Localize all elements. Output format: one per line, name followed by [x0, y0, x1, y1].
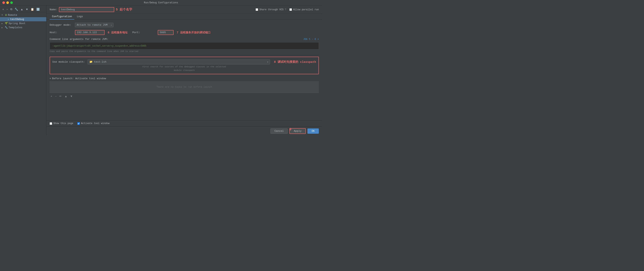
tree-label-testdebug: testDebug — [10, 18, 24, 21]
help-icon[interactable]: ? — [285, 8, 286, 11]
sidebar: + − ⧉ 🔧 ▲ ▼ 📋 🔢 ▼ 🖥 Remote ▶ testDebug — [0, 5, 46, 135]
window-title: Run/Debug Configurations — [144, 1, 178, 4]
content-area: Name: 5 起个名字 Share through VCS ? Allow p… — [46, 5, 322, 135]
config-tree: ▼ 🖥 Remote ▶ testDebug ▶ 🌱 Spring Boot ▶… — [0, 13, 46, 135]
ok-button[interactable]: OK — [307, 128, 319, 134]
name-annotation: 5 起个名字 — [116, 7, 132, 12]
name-label: Name: — [50, 8, 57, 11]
name-input[interactable] — [59, 7, 114, 12]
sidebar-toolbar: + − ⧉ 🔧 ▲ ▼ 📋 🔢 — [0, 6, 46, 12]
before-launch-header[interactable]: ▼ Before launch: Activate tool window — [50, 77, 319, 80]
no-tasks-text: There are no tasks to run before launch — [156, 86, 212, 88]
port-label: Port: — [132, 31, 156, 34]
jdk-link[interactable]: JDK 5 - 8 ▾ — [303, 38, 319, 41]
close-button[interactable] — [2, 1, 5, 4]
share-vcs-checkbox[interactable] — [256, 8, 258, 11]
footer-annotation: 9 — [289, 127, 291, 131]
launch-down-button[interactable]: ▼ — [69, 94, 74, 98]
host-port-row: Host: 6 远程服务地址 Port: 7 远程服务开放的调试端口 — [50, 30, 319, 35]
debugger-mode-select[interactable]: Attach to remote JVM Listen to remote JV… — [75, 23, 114, 27]
debugger-mode-label: Debugger mode: — [50, 23, 73, 26]
cmd-block: -agentlib:jdwp=transport=dt_socket,serve… — [50, 42, 319, 49]
host-annotation: 6 远程服务地址 — [108, 31, 128, 34]
launch-toolbar: + − ✏ ▲ ▼ — [50, 94, 319, 98]
tree-label-templates: Templates — [8, 26, 22, 29]
allow-parallel-label: Allow parallel run — [293, 8, 319, 11]
activate-window-label: Activate tool window — [81, 122, 110, 125]
add-config-button[interactable]: + — [2, 7, 5, 11]
allow-parallel-row: Allow parallel run — [290, 8, 319, 11]
tree-arrow-remote: ▼ — [2, 14, 4, 16]
debugger-mode-row: Debugger mode: Attach to remote JVM List… — [50, 23, 319, 27]
tab-logs[interactable]: Logs — [74, 14, 85, 19]
port-input[interactable] — [158, 30, 174, 35]
classpath-label: Use module classpath: — [52, 60, 86, 63]
before-launch-arrow-icon: ▼ — [50, 77, 51, 80]
minimize-button[interactable] — [6, 1, 9, 4]
tree-label-remote: Remote — [8, 14, 17, 16]
copy-config-button[interactable]: ⧉ — [10, 7, 13, 11]
cmd-hint: Copy and paste the arguments to the comm… — [50, 50, 319, 52]
settings-button[interactable]: 🔧 — [14, 7, 19, 11]
before-launch-area: There are no tasks to run before launch — [50, 81, 319, 93]
move-up-button[interactable]: ▲ — [20, 7, 24, 11]
content-header: Name: 5 起个名字 Share through VCS ? Allow p… — [46, 5, 322, 14]
classpath-select-wrapper: 📁 test-lsh ▾ — [88, 59, 270, 64]
tree-arrow-springboot: ▶ — [2, 22, 4, 25]
activate-window-row: Activate tool window — [77, 122, 110, 125]
tabs-row: Configuration Logs — [46, 14, 322, 19]
config-panel: Debugger mode: Attach to remote JVM List… — [46, 19, 322, 120]
config-icon-testdebug: ▶ — [8, 18, 9, 21]
number-button[interactable]: 🔢 — [36, 7, 40, 11]
window-controls[interactable] — [2, 1, 13, 4]
launch-add-button[interactable]: + — [50, 94, 53, 98]
host-input[interactable] — [75, 30, 104, 35]
footer: 9 Cancel Apply OK — [46, 126, 322, 135]
tree-label-springboot: Spring Boot — [8, 22, 26, 25]
sort-button[interactable]: 📋 — [30, 7, 35, 11]
classpath-row: Use module classpath: 📁 test-lsh ▾ 8 调试时… — [52, 59, 316, 64]
header-options: Share through VCS ? Allow parallel run — [256, 8, 319, 11]
launch-edit-button[interactable]: ✏ — [58, 94, 63, 98]
show-page-row: Show this page — [50, 122, 73, 125]
debugger-mode-select-wrapper: Attach to remote JVM Listen to remote JV… — [75, 23, 114, 27]
show-page-checkbox[interactable] — [50, 122, 52, 125]
cmd-label: Command line arguments for remote JVM: — [50, 38, 303, 41]
classpath-hint2: module classpath — [52, 69, 316, 71]
port-annotation: 7 远程服务开放的调试端口 — [177, 31, 210, 34]
module-classpath-box: Use module classpath: 📁 test-lsh ▾ 8 调试时… — [50, 57, 319, 74]
spring-icon: 🌱 — [5, 22, 8, 25]
move-down-button[interactable]: ▼ — [25, 7, 29, 11]
launch-up-button[interactable]: ▲ — [64, 94, 68, 98]
wrench-icon: 🔧 — [5, 26, 8, 29]
tree-group-remote[interactable]: ▼ 🖥 Remote — [0, 13, 46, 17]
maximize-button[interactable] — [10, 1, 13, 4]
jdk-row: Command line arguments for remote JVM: J… — [50, 38, 319, 41]
host-label: Host: — [50, 31, 73, 34]
remote-folder-icon: 🖥 — [5, 14, 7, 16]
before-launch-label: Before launch: Activate tool window — [52, 77, 106, 80]
classpath-annotation: 8 调试时先搜索的 classpath — [274, 60, 316, 64]
allow-parallel-checkbox[interactable] — [290, 8, 292, 11]
classpath-hint1: First search for sources of the debugged… — [52, 66, 316, 68]
tree-group-templates[interactable]: ▶ 🔧 Templates — [0, 25, 46, 30]
launch-remove-button[interactable]: − — [54, 94, 58, 98]
show-page-label: Show this page — [53, 122, 73, 125]
classpath-select[interactable]: 📁 test-lsh — [88, 59, 270, 64]
bottom-options: Show this page Activate tool window — [46, 120, 322, 126]
tree-item-testdebug[interactable]: ▶ testDebug — [0, 17, 46, 21]
name-row: Name: 5 起个名字 — [50, 7, 252, 12]
remove-config-button[interactable]: − — [6, 7, 9, 11]
tree-group-springboot[interactable]: ▶ 🌱 Spring Boot — [0, 21, 46, 25]
apply-button[interactable]: Apply — [290, 128, 306, 134]
cancel-button[interactable]: Cancel — [270, 128, 288, 134]
title-bar: Run/Debug Configurations — [0, 0, 322, 5]
tab-configuration[interactable]: Configuration — [50, 14, 74, 19]
divider — [50, 55, 319, 55]
tree-arrow-templates: ▶ — [2, 26, 4, 29]
activate-window-checkbox[interactable] — [77, 122, 80, 125]
share-vcs-label: Share through VCS — [259, 8, 284, 11]
share-vcs-row: Share through VCS ? — [256, 8, 286, 11]
